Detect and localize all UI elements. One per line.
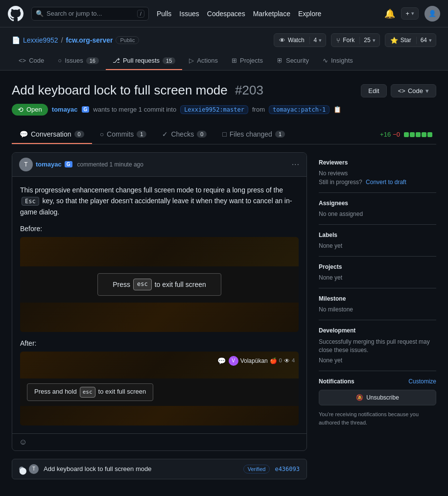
- copy-branch-icon[interactable]: 📋: [333, 106, 341, 113]
- sidebar-reviewers: Reviewers No reviews Still in progress? …: [319, 152, 436, 193]
- diff-bar-3: [416, 132, 421, 137]
- tab-projects[interactable]: ⊞ Projects: [225, 52, 270, 70]
- watch-label: Watch: [288, 37, 305, 44]
- files-changed-count: 1: [275, 131, 285, 138]
- chat-emoji: 💬: [217, 355, 226, 366]
- insights-tab-label: Insights: [331, 57, 353, 64]
- comment-author-g: G: [65, 161, 72, 167]
- tab-insights[interactable]: ∿ Insights: [316, 52, 360, 70]
- after-image-container: 💬 V Volapükan 🍎 0 👁 4: [20, 352, 299, 425]
- esc-key-badge-after: esc: [80, 387, 95, 398]
- commits-icon: ○: [100, 130, 104, 138]
- pr-tab-commits[interactable]: ○ Commits 1: [92, 125, 155, 144]
- emoji-icon: ☺: [19, 438, 27, 446]
- projects-tab-icon: ⊞: [232, 57, 237, 64]
- assignees-label: Assignees: [319, 200, 436, 207]
- pr-tab-icon: ⎇: [113, 57, 120, 64]
- pr-base-branch[interactable]: Lexxie9952:master: [180, 105, 248, 114]
- pr-tab-count: 15: [163, 57, 175, 64]
- pr-meta: ⟲ Open tomayac G wants to merge 1 commit…: [12, 104, 436, 116]
- press-hold-text: Press and hold: [34, 387, 77, 397]
- after-count-4: 4: [292, 356, 295, 365]
- star-icon: ⭐: [390, 37, 398, 44]
- pr-merge-text: wants to merge 1 commit into: [93, 106, 176, 113]
- notification-sub-text: You're receiving notifications because y…: [319, 410, 436, 426]
- milestone-value: No milestone: [319, 306, 436, 313]
- projects-label: Projects: [319, 263, 436, 270]
- emoji-reaction-button[interactable]: ☺: [19, 438, 27, 447]
- repo-path: 📄 Lexxie9952 / fcw.org-server Public: [12, 36, 139, 44]
- diff-bar-4: [422, 132, 426, 137]
- comment-text-1b: key, so that the player doesn't accident…: [20, 197, 292, 215]
- repo-header: 📄 Lexxie9952 / fcw.org-server Public 👁 W…: [0, 27, 448, 71]
- development-desc: Successfully merging this pull request m…: [319, 338, 436, 354]
- pr-tab-files-changed[interactable]: □ Files changed 1: [214, 125, 293, 144]
- after-label: After:: [20, 338, 299, 349]
- pr-title-row: Add keyboard lock to full screen mode #2…: [12, 82, 436, 99]
- user-avatar[interactable]: 👤: [424, 6, 440, 22]
- development-label: Development: [319, 327, 436, 334]
- top-nav: 🔍 Search or jump to... / Pulls Issues Co…: [0, 0, 448, 27]
- pr-tab-checks[interactable]: ✓ Checks 0: [154, 125, 214, 144]
- search-icon: 🔍: [36, 10, 44, 17]
- code-tab-icon: <>: [19, 57, 26, 64]
- tab-code[interactable]: <> Code: [12, 52, 51, 70]
- edit-button[interactable]: Edit: [361, 84, 386, 97]
- security-tab-label: Security: [286, 57, 309, 64]
- comment-author-name[interactable]: tomayac: [36, 161, 62, 168]
- nav-codespaces[interactable]: Codespaces: [207, 10, 245, 18]
- search-bar[interactable]: 🔍 Search or jump to... /: [31, 7, 149, 21]
- before-label: Before:: [20, 223, 299, 234]
- fork-button[interactable]: ⑂ Fork 25 ▾: [331, 33, 379, 47]
- nav-marketplace[interactable]: Marketplace: [253, 10, 290, 18]
- pr-title: Add keyboard lock to full screen mode #2…: [12, 82, 263, 99]
- commits-label: Commits: [107, 130, 134, 138]
- pr-head-branch[interactable]: tomayac:patch-1: [269, 105, 330, 114]
- avatar-placeholder: 👤: [428, 10, 436, 17]
- repo-book-icon: 📄: [12, 36, 20, 44]
- repo-name[interactable]: fcw.org-server: [66, 36, 113, 44]
- code-button[interactable]: <> Code ▾: [391, 84, 436, 97]
- nav-pulls[interactable]: Pulls: [157, 10, 171, 18]
- before-esc-popup: Press esc to exit full screen: [20, 266, 299, 302]
- actions-tab-icon: ▷: [189, 57, 194, 64]
- pr-author[interactable]: tomayac: [52, 106, 78, 113]
- commits-count: 1: [137, 131, 146, 138]
- plus-dropdown-arrow: ▾: [411, 10, 414, 17]
- comment-paragraph-1: This progressive enhancement changes ful…: [20, 185, 299, 217]
- pr-tab-conversation[interactable]: 💬 Conversation 0: [12, 125, 92, 144]
- sidebar-milestone: Milestone No milestone: [319, 288, 436, 320]
- after-count-0: 0: [279, 356, 282, 365]
- notifications-bell[interactable]: 🔔: [384, 8, 395, 19]
- code-button-arrow: ▾: [425, 87, 429, 94]
- star-button[interactable]: ⭐ Star 64 ▾: [385, 33, 436, 47]
- pr-tabs-row: 💬 Conversation 0 ○ Commits 1 ✓ Checks 0 …: [12, 125, 436, 144]
- reviewers-value: No reviews: [319, 170, 436, 177]
- commit-dot-icon: ⬤: [19, 467, 24, 472]
- diff-bar-1: [404, 132, 409, 137]
- github-logo[interactable]: [8, 6, 24, 22]
- watch-button[interactable]: 👁 Watch 4 ▾: [274, 33, 326, 47]
- commit-hash[interactable]: e436093: [275, 466, 300, 472]
- tab-security[interactable]: ⛨ Security: [270, 52, 316, 70]
- conversation-count: 0: [74, 131, 84, 138]
- convert-draft-link[interactable]: Convert to draft: [366, 179, 406, 186]
- nav-explore[interactable]: Explore: [298, 10, 321, 18]
- pr-left-column: T tomayac G commented 1 minute ago ··· T…: [12, 152, 307, 479]
- tab-issues[interactable]: ○ Issues 16: [51, 52, 106, 70]
- unsubscribe-button[interactable]: 🔕 Unsubscribe: [319, 390, 436, 405]
- repo-owner[interactable]: Lexxie9952: [23, 36, 58, 44]
- before-image-container: Press esc to exit full screen: [20, 237, 299, 331]
- tab-actions[interactable]: ▷ Actions: [182, 52, 225, 70]
- tab-pull-requests[interactable]: ⎇ Pull requests 15: [106, 52, 182, 70]
- plus-button[interactable]: + ▾: [401, 7, 419, 20]
- comment-options[interactable]: ···: [292, 160, 300, 169]
- milestone-label: Milestone: [319, 295, 436, 302]
- reviewers-progress: Still in progress? Convert to draft: [319, 179, 436, 186]
- conversation-label: Conversation: [31, 130, 71, 138]
- nav-issues[interactable]: Issues: [179, 10, 199, 18]
- pr-right-sidebar: Reviewers No reviews Still in progress? …: [319, 152, 436, 479]
- after-emoji-a: 🍎: [270, 356, 277, 366]
- plus-icon: +: [405, 10, 409, 17]
- customize-link[interactable]: Customize: [408, 378, 436, 385]
